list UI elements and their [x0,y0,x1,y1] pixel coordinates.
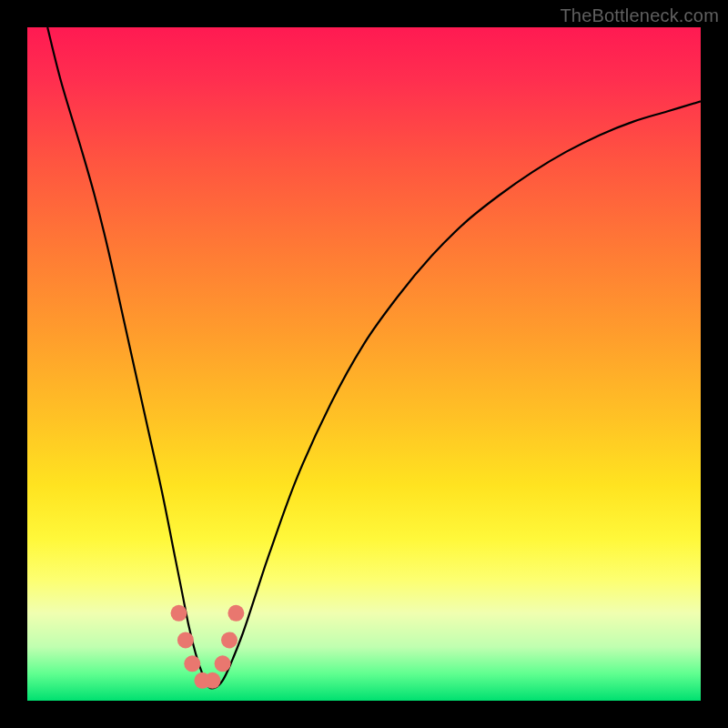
curve-marker [177,632,194,648]
bottleneck-curve [47,27,701,689]
curve-marker [221,632,238,648]
watermark-text: TheBottleneck.com [560,5,719,26]
curve-markers [171,605,245,689]
curve-marker [171,605,187,622]
curve-marker [184,655,200,672]
curve-marker [228,605,244,622]
curve-marker [215,655,231,672]
curve-svg [27,27,701,701]
curve-marker [205,672,221,689]
plot-area [27,27,701,701]
chart-frame: TheBottleneck.com [0,0,728,728]
